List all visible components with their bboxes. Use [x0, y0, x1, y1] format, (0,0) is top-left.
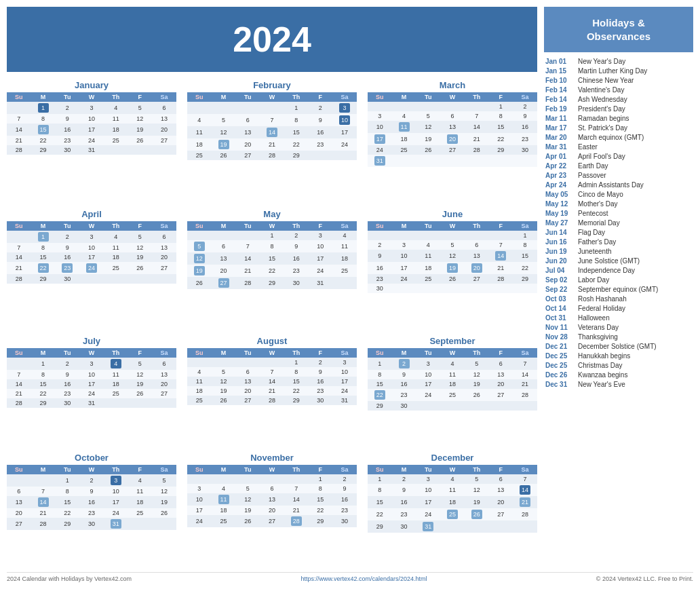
holiday-name: Thanksgiving [578, 333, 618, 341]
calendar-day: 7 [7, 114, 31, 124]
holiday-date: Feb 19 [545, 105, 574, 113]
holiday-name: March equinox (GMT) [578, 134, 644, 141]
day-header: F [489, 465, 513, 474]
calendar-day: 11 [104, 370, 128, 379]
calendar-day: 15 [368, 496, 392, 508]
calendar-day: 10 [416, 370, 440, 379]
calendar-day: 13 [152, 243, 176, 252]
calendar-day: 16 [284, 252, 309, 265]
calendar-day: 9 [392, 484, 416, 496]
calendar-day: 15 [368, 379, 392, 389]
calendar-day: 5 [465, 358, 489, 370]
holiday-date: Dec 21 [545, 343, 574, 350]
day-header: Th [284, 465, 309, 474]
calendar-day: 28 [235, 277, 260, 289]
calendar-day: 16 [309, 126, 333, 138]
calendar-day: 4 [440, 474, 465, 484]
calendar-day: 8 [284, 367, 309, 377]
calendar-day: 15 [309, 493, 333, 506]
calendar-day: 6 [489, 358, 513, 370]
footer: 2024 Calendar with Holidays by Vertex42.… [7, 572, 693, 582]
day-header: Su [187, 348, 212, 358]
holiday-name: Cinco de Mayo [578, 191, 623, 198]
calendar-day: 9 [309, 367, 333, 377]
calendar-day: 1 [284, 358, 309, 367]
calendar-day: 20 [489, 379, 513, 389]
calendar-day: 19 [440, 262, 465, 274]
month-title: July [7, 336, 176, 346]
calendar-day: 19 [212, 138, 236, 151]
holiday-row: Dec 25Hanukkah begins [544, 351, 693, 360]
calendar-day: 12 [128, 370, 153, 379]
day-header: F [489, 92, 513, 102]
calendar-day: 24 [79, 262, 104, 274]
calendar-day: 24 [79, 389, 104, 398]
calendar-day: 19 [416, 133, 440, 145]
calendar-day: 1 [31, 102, 56, 114]
calendar-day: 6 [152, 358, 176, 370]
calendar-day: 6 [212, 240, 236, 252]
calendar-day: 30 [309, 396, 333, 405]
calendar-day: 2 [79, 474, 104, 487]
calendar-day [79, 274, 104, 284]
calendar-day: 18 [128, 496, 153, 508]
calendar-day: 28 [284, 515, 309, 527]
calendar-grid: SuMTuWThFSa12345678910111213141516171819… [368, 348, 537, 411]
calendar-day: 17 [79, 252, 104, 262]
month-title: November [187, 453, 357, 463]
calendar-day: 22 [513, 262, 537, 274]
calendar-day: 13 [235, 377, 260, 386]
calendar-day [465, 401, 489, 411]
month-title: August [187, 336, 357, 346]
day-header: Sa [332, 92, 357, 102]
calendar-day: 18 [332, 252, 357, 265]
calendar-day [212, 358, 236, 367]
day-header: Su [187, 92, 212, 102]
calendar-day: 7 [465, 111, 489, 121]
holiday-row: May 05Cinco de Mayo [544, 189, 693, 199]
calendar-day [392, 284, 416, 293]
calendar-day: 11 [212, 493, 236, 506]
calendar-day: 21 [513, 496, 537, 508]
calendar-day: 5 [440, 240, 465, 250]
holiday-name: New Year's Eve [578, 381, 625, 388]
calendar-day: 29 [31, 145, 56, 155]
day-header: Sa [513, 348, 537, 358]
calendar-day: 12 [187, 252, 212, 265]
calendar-day: 5 [212, 114, 236, 126]
calendar-day: 11 [440, 484, 465, 496]
holiday-name: Memorial Day [578, 219, 620, 227]
holiday-row: Sep 02Labor Day [544, 275, 693, 284]
calendar-day: 28 [513, 508, 537, 520]
calendar-day: 2 [513, 102, 537, 111]
calendar-day: 20 [489, 496, 513, 508]
calendar-day [104, 145, 128, 155]
calendar-day: 27 [440, 145, 465, 155]
calendar-day: 30 [284, 277, 309, 289]
calendar-day [260, 358, 284, 367]
month-title: February [187, 80, 357, 90]
calendar-day: 22 [260, 265, 284, 277]
calendar-day: 8 [31, 243, 56, 252]
holiday-row: May 27Memorial Day [544, 218, 693, 227]
calendar-day: 18 [104, 252, 128, 262]
calendar-day: 19 [465, 496, 489, 508]
calendar-day [489, 520, 513, 533]
calendar-day: 23 [392, 389, 416, 401]
calendar-day: 1 [31, 231, 56, 243]
holiday-date: Mar 17 [545, 124, 574, 132]
calendar-day: 6 [260, 484, 284, 493]
calendar-day [7, 231, 31, 243]
calendar-day: 17 [309, 252, 333, 265]
calendar-day: 3 [104, 474, 128, 487]
calendar-day: 2 [284, 231, 309, 240]
day-header: Su [187, 465, 212, 474]
calendar-day: 30 [55, 274, 79, 284]
calendar-day [368, 231, 392, 240]
day-header: Th [104, 221, 128, 231]
day-header: Sa [332, 221, 357, 231]
calendar-day: 19 [128, 379, 153, 389]
calendar-day: 5 [235, 484, 260, 493]
calendar-day: 2 [309, 102, 333, 114]
holiday-name: Christmas Day [578, 362, 623, 369]
